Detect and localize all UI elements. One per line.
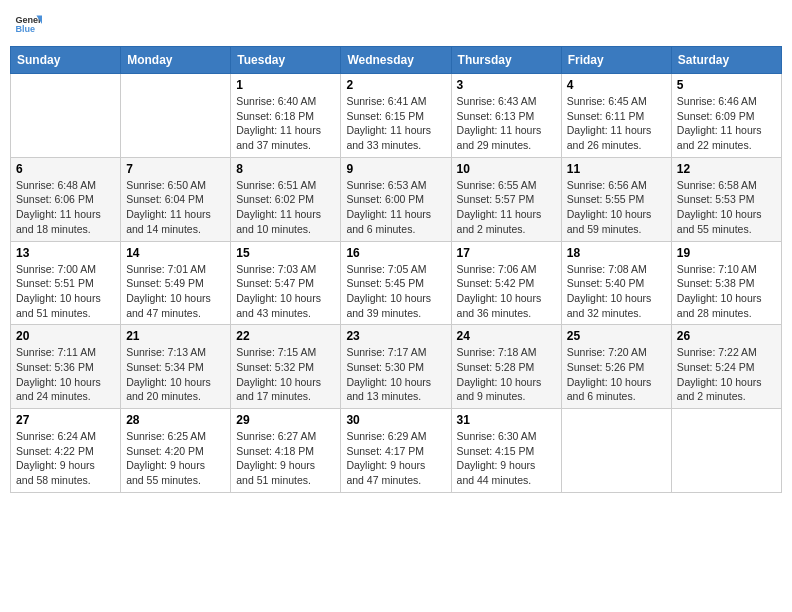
day-info: Sunrise: 6:53 AM Sunset: 6:00 PM Dayligh…	[346, 178, 445, 237]
calendar-week-3: 13Sunrise: 7:00 AM Sunset: 5:51 PM Dayli…	[11, 241, 782, 325]
calendar-header-row: SundayMondayTuesdayWednesdayThursdayFrid…	[11, 47, 782, 74]
day-number: 28	[126, 413, 225, 427]
day-info: Sunrise: 7:18 AM Sunset: 5:28 PM Dayligh…	[457, 345, 556, 404]
day-number: 15	[236, 246, 335, 260]
day-info: Sunrise: 6:48 AM Sunset: 6:06 PM Dayligh…	[16, 178, 115, 237]
day-info: Sunrise: 7:22 AM Sunset: 5:24 PM Dayligh…	[677, 345, 776, 404]
day-number: 11	[567, 162, 666, 176]
calendar-header-sunday: Sunday	[11, 47, 121, 74]
day-info: Sunrise: 7:06 AM Sunset: 5:42 PM Dayligh…	[457, 262, 556, 321]
calendar-header-saturday: Saturday	[671, 47, 781, 74]
day-info: Sunrise: 6:30 AM Sunset: 4:15 PM Dayligh…	[457, 429, 556, 488]
calendar-cell: 10Sunrise: 6:55 AM Sunset: 5:57 PM Dayli…	[451, 157, 561, 241]
day-info: Sunrise: 6:24 AM Sunset: 4:22 PM Dayligh…	[16, 429, 115, 488]
day-number: 31	[457, 413, 556, 427]
day-info: Sunrise: 6:27 AM Sunset: 4:18 PM Dayligh…	[236, 429, 335, 488]
calendar-cell: 16Sunrise: 7:05 AM Sunset: 5:45 PM Dayli…	[341, 241, 451, 325]
day-info: Sunrise: 6:50 AM Sunset: 6:04 PM Dayligh…	[126, 178, 225, 237]
calendar-header-tuesday: Tuesday	[231, 47, 341, 74]
calendar-cell: 8Sunrise: 6:51 AM Sunset: 6:02 PM Daylig…	[231, 157, 341, 241]
day-number: 22	[236, 329, 335, 343]
day-number: 1	[236, 78, 335, 92]
calendar: SundayMondayTuesdayWednesdayThursdayFrid…	[10, 46, 782, 493]
day-info: Sunrise: 7:15 AM Sunset: 5:32 PM Dayligh…	[236, 345, 335, 404]
day-number: 3	[457, 78, 556, 92]
day-number: 30	[346, 413, 445, 427]
day-info: Sunrise: 6:46 AM Sunset: 6:09 PM Dayligh…	[677, 94, 776, 153]
calendar-cell	[11, 74, 121, 158]
day-info: Sunrise: 6:25 AM Sunset: 4:20 PM Dayligh…	[126, 429, 225, 488]
calendar-header-monday: Monday	[121, 47, 231, 74]
day-info: Sunrise: 6:43 AM Sunset: 6:13 PM Dayligh…	[457, 94, 556, 153]
day-info: Sunrise: 7:08 AM Sunset: 5:40 PM Dayligh…	[567, 262, 666, 321]
calendar-cell: 15Sunrise: 7:03 AM Sunset: 5:47 PM Dayli…	[231, 241, 341, 325]
calendar-cell	[121, 74, 231, 158]
calendar-week-4: 20Sunrise: 7:11 AM Sunset: 5:36 PM Dayli…	[11, 325, 782, 409]
calendar-header-friday: Friday	[561, 47, 671, 74]
day-number: 10	[457, 162, 556, 176]
day-number: 20	[16, 329, 115, 343]
day-number: 6	[16, 162, 115, 176]
calendar-cell: 6Sunrise: 6:48 AM Sunset: 6:06 PM Daylig…	[11, 157, 121, 241]
calendar-cell: 11Sunrise: 6:56 AM Sunset: 5:55 PM Dayli…	[561, 157, 671, 241]
day-number: 19	[677, 246, 776, 260]
day-number: 16	[346, 246, 445, 260]
calendar-cell: 27Sunrise: 6:24 AM Sunset: 4:22 PM Dayli…	[11, 409, 121, 493]
calendar-cell: 3Sunrise: 6:43 AM Sunset: 6:13 PM Daylig…	[451, 74, 561, 158]
calendar-cell: 20Sunrise: 7:11 AM Sunset: 5:36 PM Dayli…	[11, 325, 121, 409]
calendar-cell: 5Sunrise: 6:46 AM Sunset: 6:09 PM Daylig…	[671, 74, 781, 158]
day-info: Sunrise: 6:51 AM Sunset: 6:02 PM Dayligh…	[236, 178, 335, 237]
day-number: 17	[457, 246, 556, 260]
day-info: Sunrise: 7:20 AM Sunset: 5:26 PM Dayligh…	[567, 345, 666, 404]
calendar-header-wednesday: Wednesday	[341, 47, 451, 74]
day-info: Sunrise: 7:05 AM Sunset: 5:45 PM Dayligh…	[346, 262, 445, 321]
day-number: 14	[126, 246, 225, 260]
calendar-cell: 24Sunrise: 7:18 AM Sunset: 5:28 PM Dayli…	[451, 325, 561, 409]
svg-text:Blue: Blue	[15, 24, 35, 34]
calendar-cell: 26Sunrise: 7:22 AM Sunset: 5:24 PM Dayli…	[671, 325, 781, 409]
calendar-cell: 22Sunrise: 7:15 AM Sunset: 5:32 PM Dayli…	[231, 325, 341, 409]
day-info: Sunrise: 6:40 AM Sunset: 6:18 PM Dayligh…	[236, 94, 335, 153]
calendar-week-1: 1Sunrise: 6:40 AM Sunset: 6:18 PM Daylig…	[11, 74, 782, 158]
day-number: 5	[677, 78, 776, 92]
day-info: Sunrise: 6:45 AM Sunset: 6:11 PM Dayligh…	[567, 94, 666, 153]
day-number: 23	[346, 329, 445, 343]
day-info: Sunrise: 7:13 AM Sunset: 5:34 PM Dayligh…	[126, 345, 225, 404]
calendar-cell: 12Sunrise: 6:58 AM Sunset: 5:53 PM Dayli…	[671, 157, 781, 241]
day-number: 29	[236, 413, 335, 427]
calendar-cell: 19Sunrise: 7:10 AM Sunset: 5:38 PM Dayli…	[671, 241, 781, 325]
day-info: Sunrise: 6:56 AM Sunset: 5:55 PM Dayligh…	[567, 178, 666, 237]
day-number: 25	[567, 329, 666, 343]
calendar-cell: 2Sunrise: 6:41 AM Sunset: 6:15 PM Daylig…	[341, 74, 451, 158]
calendar-cell: 17Sunrise: 7:06 AM Sunset: 5:42 PM Dayli…	[451, 241, 561, 325]
calendar-header-thursday: Thursday	[451, 47, 561, 74]
day-number: 12	[677, 162, 776, 176]
calendar-cell: 4Sunrise: 6:45 AM Sunset: 6:11 PM Daylig…	[561, 74, 671, 158]
calendar-cell: 31Sunrise: 6:30 AM Sunset: 4:15 PM Dayli…	[451, 409, 561, 493]
day-number: 21	[126, 329, 225, 343]
calendar-cell: 29Sunrise: 6:27 AM Sunset: 4:18 PM Dayli…	[231, 409, 341, 493]
calendar-cell: 13Sunrise: 7:00 AM Sunset: 5:51 PM Dayli…	[11, 241, 121, 325]
day-info: Sunrise: 6:29 AM Sunset: 4:17 PM Dayligh…	[346, 429, 445, 488]
day-info: Sunrise: 7:17 AM Sunset: 5:30 PM Dayligh…	[346, 345, 445, 404]
day-number: 2	[346, 78, 445, 92]
day-info: Sunrise: 7:01 AM Sunset: 5:49 PM Dayligh…	[126, 262, 225, 321]
calendar-cell: 25Sunrise: 7:20 AM Sunset: 5:26 PM Dayli…	[561, 325, 671, 409]
day-number: 24	[457, 329, 556, 343]
calendar-cell: 14Sunrise: 7:01 AM Sunset: 5:49 PM Dayli…	[121, 241, 231, 325]
calendar-cell: 18Sunrise: 7:08 AM Sunset: 5:40 PM Dayli…	[561, 241, 671, 325]
calendar-cell: 21Sunrise: 7:13 AM Sunset: 5:34 PM Dayli…	[121, 325, 231, 409]
page-header: General Blue	[10, 10, 782, 38]
day-number: 27	[16, 413, 115, 427]
day-info: Sunrise: 6:41 AM Sunset: 6:15 PM Dayligh…	[346, 94, 445, 153]
calendar-cell: 7Sunrise: 6:50 AM Sunset: 6:04 PM Daylig…	[121, 157, 231, 241]
day-number: 7	[126, 162, 225, 176]
calendar-cell: 30Sunrise: 6:29 AM Sunset: 4:17 PM Dayli…	[341, 409, 451, 493]
day-number: 26	[677, 329, 776, 343]
calendar-cell	[671, 409, 781, 493]
calendar-cell: 9Sunrise: 6:53 AM Sunset: 6:00 PM Daylig…	[341, 157, 451, 241]
calendar-cell: 28Sunrise: 6:25 AM Sunset: 4:20 PM Dayli…	[121, 409, 231, 493]
logo: General Blue	[14, 10, 42, 38]
day-info: Sunrise: 7:00 AM Sunset: 5:51 PM Dayligh…	[16, 262, 115, 321]
day-number: 13	[16, 246, 115, 260]
